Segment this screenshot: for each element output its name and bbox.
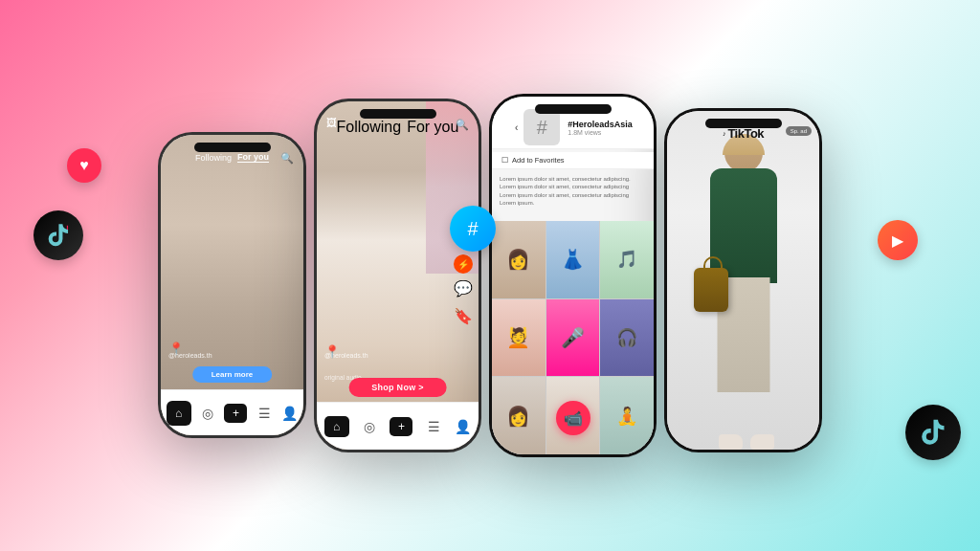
- phone-2-bolt-badge: ⚡: [454, 254, 473, 274]
- phone-3-camera-btn[interactable]: 📹: [556, 401, 590, 435]
- phone-3-hashtag-title: #HeroleadsAsia: [568, 120, 633, 129]
- phone-2-top-bar: Following For you: [317, 119, 479, 136]
- phone-4-notch: [705, 119, 782, 128]
- phone-2-notch: [360, 109, 436, 119]
- phone-2-bottom-nav: ⌂ ◎ + ☰ 👤: [317, 402, 479, 450]
- phone-2-following-tab[interactable]: Following: [337, 119, 402, 136]
- phone-1-screen: Following For you 🔍 📍 ↗ ♡ 💬 @heroleads.t…: [161, 135, 303, 435]
- grid-cell-7[interactable]: 👩: [492, 377, 546, 454]
- phone-1: Following For you 🔍 📍 ↗ ♡ 💬 @heroleads.t…: [158, 132, 306, 438]
- hashtag-badge-float: #: [450, 206, 496, 252]
- phone-3-fav-row[interactable]: ☐ Add to Favorites: [492, 152, 654, 169]
- phone-2: 🖼 Following For you 🔍 📍 @heroleads.th or…: [314, 99, 481, 452]
- grid-cell-6[interactable]: 🎧: [600, 299, 654, 377]
- phone-2-screen: 🖼 Following For you 🔍 📍 @heroleads.th or…: [317, 101, 479, 450]
- phone-3-screen: ‹ # #HeroleadsAsia 1.8M views ☐ Add to F…: [492, 97, 654, 454]
- phone-1-handle: @heroleads.th: [168, 352, 212, 359]
- phone-2-home-icon[interactable]: ⌂: [324, 416, 349, 437]
- phone-4: ♪ TikTok Sp. ad: [664, 108, 822, 452]
- phone-1-side-actions: ↗ ♡ 💬: [161, 135, 298, 320]
- grid-cell-9[interactable]: 🧘: [600, 377, 654, 454]
- phone-1-learn-more-btn[interactable]: Learn more: [192, 366, 273, 383]
- phone-4-person: [681, 134, 806, 450]
- phone-2-profile-icon[interactable]: 👤: [455, 419, 471, 434]
- phone-3-notch: [535, 104, 612, 114]
- phone-2-shop-btn[interactable]: Shop Now >: [348, 378, 447, 397]
- phone-1-home-icon[interactable]: ⌂: [167, 401, 191, 426]
- phone-2-plus-icon[interactable]: +: [390, 417, 412, 436]
- grid-cell-3[interactable]: 🎵: [600, 221, 654, 298]
- play-icon-float: ▶: [878, 220, 918, 260]
- grid-cell-2[interactable]: 👗: [546, 221, 600, 298]
- phones-container: Following For you 🔍 📍 ↗ ♡ 💬 @heroleads.t…: [158, 94, 822, 457]
- phone-3: ‹ # #HeroleadsAsia 1.8M views ☐ Add to F…: [489, 94, 657, 457]
- phone-1-plus-icon[interactable]: +: [224, 404, 247, 423]
- phone-3-fav-checkbox[interactable]: ☐: [501, 156, 508, 165]
- phone-3-hashtag-icon: #: [523, 109, 560, 145]
- phone-3-header-text: #HeroleadsAsia 1.8M views: [568, 120, 633, 136]
- phone-4-tiktok-logo: TikTok: [727, 126, 764, 141]
- grid-cell-5[interactable]: 🎤: [546, 299, 600, 377]
- phone-2-bookmark-icon[interactable]: 🔖: [454, 307, 473, 325]
- phone-1-profile-icon[interactable]: 👤: [281, 406, 298, 421]
- phone-2-inbox-icon[interactable]: ☰: [428, 419, 440, 434]
- phone-1-bottom-nav: ⌂ ◎ + ☰ 👤: [161, 389, 303, 435]
- phone-3-description: Lorem ipsum dolor sit amet, consectetur …: [500, 175, 646, 208]
- phone-2-search-icon[interactable]: 🔍: [456, 119, 469, 131]
- phone-3-back-btn[interactable]: ‹: [515, 122, 518, 133]
- grid-cell-4[interactable]: 💆: [492, 299, 546, 377]
- phone-2-location-pin: 📍: [324, 344, 340, 359]
- grid-cell-1[interactable]: 👩: [492, 221, 546, 298]
- phone-2-foryou-tab[interactable]: For you: [407, 119, 458, 136]
- heart-icon-float: ♥: [67, 148, 101, 183]
- phone-1-discover-icon[interactable]: ◎: [202, 406, 213, 421]
- phone-4-ad-badge: Sp. ad: [786, 126, 812, 136]
- tiktok-icon-left: [33, 210, 83, 260]
- phone-1-notch: [194, 143, 271, 152]
- phone-4-screen: ♪ TikTok Sp. ad: [667, 111, 819, 450]
- phone-2-comment-icon[interactable]: 💬: [454, 279, 473, 298]
- phone-1-inbox-icon[interactable]: ☰: [258, 406, 271, 421]
- tiktok-icon-right: [905, 405, 961, 460]
- phone-4-music-note: ♪: [723, 130, 726, 137]
- phone-2-discover-icon[interactable]: ◎: [364, 419, 375, 434]
- phone-3-hashtag-sub: 1.8M views: [568, 129, 633, 136]
- phone-3-fav-label[interactable]: Add to Favorites: [512, 156, 565, 165]
